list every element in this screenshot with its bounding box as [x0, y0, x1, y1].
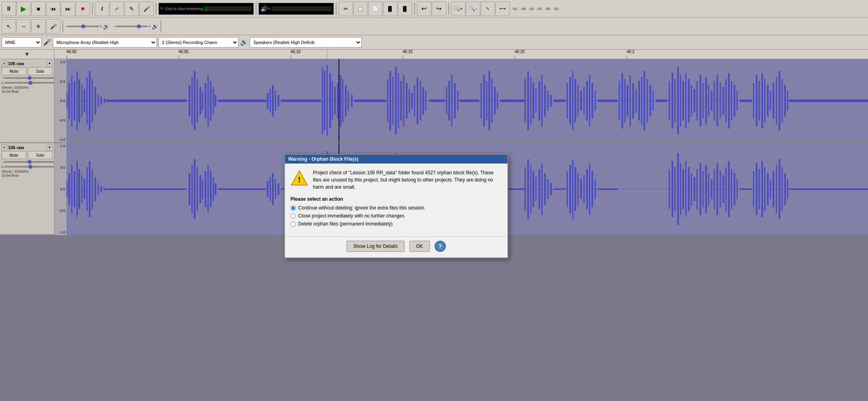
- svg-rect-161: [71, 165, 72, 213]
- track-1-pan-slider[interactable]: [4, 82, 56, 84]
- dialog-message-row: ! Project check of "Lesson 106 RR_data" …: [291, 169, 502, 191]
- svg-rect-288: [762, 161, 763, 217]
- svg-rect-189: [272, 173, 274, 205]
- svg-rect-256: [591, 171, 593, 207]
- svg-rect-96: [583, 87, 585, 114]
- track-1-close-button[interactable]: ✕: [2, 61, 7, 66]
- ok-button[interactable]: OK: [409, 241, 430, 252]
- svg-rect-19: [191, 77, 192, 125]
- svg-rect-245: [550, 183, 552, 195]
- svg-rect-174: [106, 188, 186, 190]
- svg-rect-100: [595, 91, 596, 111]
- svg-rect-120: [680, 75, 681, 127]
- svg-rect-74: [489, 71, 490, 131]
- orphan-block-dialog[interactable]: Warning - Orphan Block File(s) ! Project…: [284, 154, 508, 258]
- track-2-info: Stereo, 32000Hz32-bit float: [2, 170, 52, 178]
- skip-start-button[interactable]: ⏮: [46, 2, 60, 16]
- zoom-fit-button[interactable]: ⤡: [481, 2, 495, 16]
- svg-rect-4: [71, 75, 72, 127]
- svg-rect-20: [194, 71, 195, 131]
- svg-rect-290: [767, 173, 769, 205]
- track-1-gain-slider[interactable]: [4, 77, 55, 79]
- undo-button[interactable]: ↩: [417, 2, 431, 16]
- trim-icon: ▐▌: [387, 6, 393, 12]
- svg-rect-6: [76, 71, 78, 131]
- svg-rect-287: [759, 169, 760, 209]
- track-2-menu-button[interactable]: ▼: [47, 145, 52, 150]
- stop-button[interactable]: ■: [31, 2, 46, 16]
- click-to-start-label[interactable]: Click to Start Monitoring: [165, 7, 203, 11]
- track-2-pan-slider[interactable]: [4, 166, 56, 168]
- svg-rect-77: [497, 93, 498, 109]
- channels-select[interactable]: 2 (Stereo) Recording Chann: [158, 37, 239, 48]
- svg-rect-272: [705, 165, 707, 213]
- track-1-solo-button[interactable]: Solo: [28, 67, 53, 75]
- help-button[interactable]: ?: [435, 241, 446, 252]
- minus2-label: -: [114, 24, 115, 28]
- svg-rect-159: [66, 181, 68, 197]
- copy-button[interactable]: 📋: [353, 2, 368, 16]
- track-2-mute-button[interactable]: Mute: [2, 151, 26, 159]
- track-2-close-button[interactable]: ✕: [2, 145, 7, 150]
- zoom-tool-button[interactable]: ⤢: [110, 2, 124, 16]
- input-volume-slider[interactable]: [67, 26, 99, 27]
- svg-rect-93: [575, 79, 576, 123]
- input-device-select[interactable]: Microphone Array (Realtek High: [53, 37, 157, 48]
- track-2-pan-control: L R: [2, 165, 52, 169]
- svg-rect-293: [776, 165, 777, 213]
- svg-rect-86: [544, 85, 546, 116]
- host-select[interactable]: MME: [2, 37, 42, 48]
- skip-end-button[interactable]: ⏭: [61, 2, 75, 16]
- svg-rect-177: [194, 159, 195, 219]
- track-2-solo-button[interactable]: Solo: [28, 151, 53, 159]
- ibeam-tool-button[interactable]: I: [95, 2, 109, 16]
- multi-tool-button[interactable]: ✳: [31, 19, 46, 34]
- svg-rect-186: [218, 188, 266, 190]
- pause-button[interactable]: ⏸: [2, 2, 16, 16]
- output-volume-slider[interactable]: [116, 26, 148, 27]
- mic2-icon: 🎤: [50, 23, 57, 30]
- ruler-content[interactable]: 46:00 46:05 46:10 46:15 46:20 46:2: [54, 50, 868, 59]
- cut-button[interactable]: ✂: [339, 2, 353, 16]
- draw-tool-button[interactable]: ✎: [124, 2, 139, 16]
- radio-option-2[interactable]: Close project immediately with no furthe…: [291, 213, 502, 219]
- radio-close[interactable]: [291, 213, 296, 219]
- track-1-menu-button[interactable]: ▼: [47, 61, 52, 66]
- zoom-in-button[interactable]: 🔍+: [451, 2, 465, 16]
- show-log-button[interactable]: Show Log for Details: [347, 241, 405, 252]
- mic2-button[interactable]: 🎤: [46, 19, 60, 34]
- y-label-n0-5: -0.5: [54, 118, 66, 122]
- gain-min-label: -: [2, 76, 3, 80]
- track-1-pan-control: L R: [2, 81, 52, 85]
- play-button[interactable]: ▶: [16, 2, 31, 16]
- output-device-select[interactable]: Speakers (Realtek High Definiti: [250, 37, 362, 48]
- dialog-message-text: Project check of "Lesson 106 RR_data" fo…: [313, 169, 502, 191]
- mic-button[interactable]: 🎤: [139, 2, 154, 16]
- trim-button[interactable]: ▐▌: [383, 2, 397, 16]
- svg-rect-141: [740, 100, 752, 102]
- radio-option-1[interactable]: Continue without deleting; ignore the ex…: [291, 205, 502, 211]
- svg-rect-173: [104, 188, 106, 190]
- record-button[interactable]: ●: [76, 2, 90, 16]
- track-1-mute-button[interactable]: Mute: [2, 67, 26, 75]
- radio-delete[interactable]: [291, 221, 296, 227]
- silence-button[interactable]: ▐▌: [398, 2, 412, 16]
- radio-continue[interactable]: [291, 205, 296, 211]
- zoom-sel-button[interactable]: ⟷: [495, 2, 510, 16]
- svg-rect-171: [98, 183, 99, 195]
- redo-button[interactable]: ↪: [432, 2, 446, 16]
- envelope-tool-button[interactable]: ↔: [16, 19, 31, 34]
- track-1-y-axis: 1.0 0.5 0.0 -0.5 -1.0: [54, 59, 66, 142]
- radio-option-3[interactable]: Delete orphan files (permanent immediate…: [291, 221, 502, 227]
- track-1-controls: ✕ 106 raw ▼ Mute Solo - + L R Stereo, 32…: [0, 59, 54, 142]
- empty-track-area: [0, 235, 868, 401]
- pan2-left-label: L: [2, 165, 4, 169]
- track-2-gain-slider[interactable]: [4, 161, 55, 163]
- svg-rect-113: [649, 85, 651, 116]
- play-icon: ▶: [21, 4, 26, 13]
- zoom-out-button[interactable]: 🔍-: [466, 2, 480, 16]
- redo-icon: ↪: [436, 5, 441, 12]
- select-tool-button[interactable]: ↖: [2, 19, 16, 34]
- paste-button[interactable]: 📄: [368, 2, 383, 16]
- track-1-waveform[interactable]: 1.0 0.5 0.0 -0.5 -1.0: [54, 59, 868, 142]
